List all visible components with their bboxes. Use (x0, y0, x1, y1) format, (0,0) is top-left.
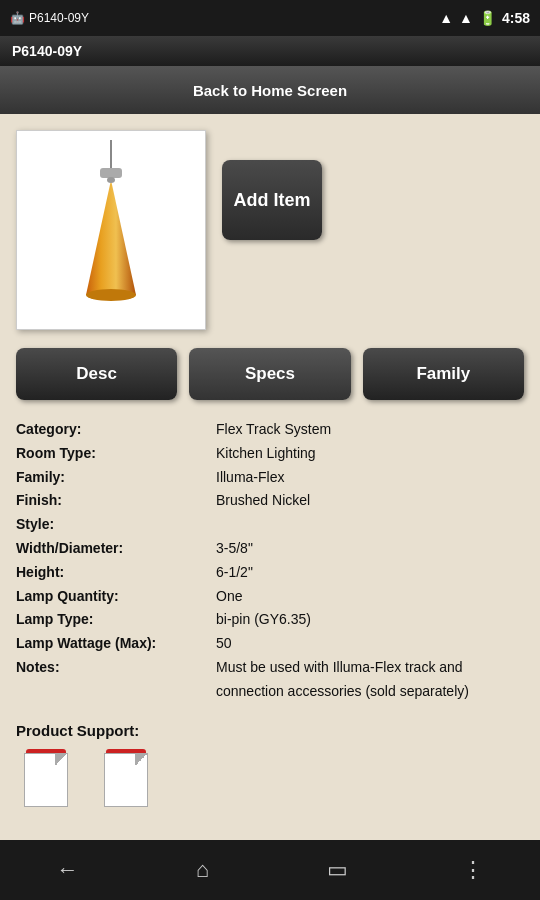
spec-label-7: Lamp Quantity: (16, 585, 216, 609)
specs-table: Category:Flex Track SystemRoom Type:Kitc… (16, 418, 524, 704)
spec-label-3: Finish: (16, 489, 216, 513)
tab-desc[interactable]: Desc (16, 348, 177, 400)
signal-icon: ▲ (459, 10, 473, 26)
spec-row-1: Room Type:Kitchen Lighting (16, 442, 524, 466)
tab-specs[interactable]: Specs (189, 348, 350, 400)
spec-row-9: Lamp Wattage (Max):50 (16, 632, 524, 656)
spec-value-3: Brushed Nickel (216, 489, 524, 513)
tab-family[interactable]: Family (363, 348, 524, 400)
spec-value-0: Flex Track System (216, 418, 524, 442)
product-support-title: Product Support: (16, 722, 524, 739)
product-image (16, 130, 206, 330)
spec-label-5: Width/Diameter: (16, 537, 216, 561)
product-support: Product Support: PDF PDF (16, 722, 524, 807)
spec-label-2: Family: (16, 466, 216, 490)
recent-apps-button[interactable]: ▭ (298, 850, 378, 890)
spec-value-1: Kitchen Lighting (216, 442, 524, 466)
pdf-icon-1[interactable]: PDF (16, 749, 76, 807)
spec-row-4: Style: (16, 513, 524, 537)
svg-point-3 (86, 289, 136, 301)
spec-value-7: One (216, 585, 524, 609)
pdf-paper-1 (24, 753, 68, 807)
spec-label-0: Category: (16, 418, 216, 442)
spec-value-9: 50 (216, 632, 524, 656)
spec-row-2: Family:Illuma-Flex (16, 466, 524, 490)
spec-value-6: 6-1/2" (216, 561, 524, 585)
spec-row-8: Lamp Type:bi-pin (GY6.35) (16, 608, 524, 632)
pdf-paper-2 (104, 753, 148, 807)
pdf-fold-2 (135, 754, 147, 766)
status-icons: ▲ ▲ 🔋 4:58 (439, 10, 530, 26)
spec-value-8: bi-pin (GY6.35) (216, 608, 524, 632)
app-name: P6140-09Y (29, 11, 89, 25)
spec-label-6: Height: (16, 561, 216, 585)
spec-row-3: Finish:Brushed Nickel (16, 489, 524, 513)
back-button[interactable]: ← (28, 850, 108, 890)
spec-row-10: Notes:Must be used with Illuma-Flex trac… (16, 656, 524, 704)
pdf-fold-1 (55, 754, 67, 766)
spec-value-10: Must be used with Illuma-Flex track and … (216, 656, 524, 704)
spec-label-8: Lamp Type: (16, 608, 216, 632)
spec-row-5: Width/Diameter:3-5/8" (16, 537, 524, 561)
time-display: 4:58 (502, 10, 530, 26)
add-item-button[interactable]: Add Item (222, 160, 322, 240)
product-svg (46, 140, 176, 320)
svg-marker-2 (86, 180, 136, 295)
spec-row-0: Category:Flex Track System (16, 418, 524, 442)
spec-value-2: Illuma-Flex (216, 466, 524, 490)
main-content: Add Item Desc Specs Family Category:Flex… (0, 114, 540, 840)
spec-label-9: Lamp Wattage (Max): (16, 632, 216, 656)
wifi-icon: ▲ (439, 10, 453, 26)
nav-bar: Back to Home Screen (0, 66, 540, 114)
spec-row-7: Lamp Quantity:One (16, 585, 524, 609)
title-text: P6140-09Y (12, 43, 82, 59)
tab-row: Desc Specs Family (16, 348, 524, 400)
android-icon: 🤖 (10, 11, 25, 25)
app-name-label: 🤖 P6140-09Y (10, 11, 89, 25)
pdf-icon-2[interactable]: PDF (96, 749, 156, 807)
back-to-home-button[interactable]: Back to Home Screen (193, 82, 347, 99)
title-bar: P6140-09Y (0, 36, 540, 66)
pdf-row: PDF PDF (16, 749, 524, 807)
spec-row-6: Height:6-1/2" (16, 561, 524, 585)
spec-label-10: Notes: (16, 656, 216, 704)
svg-point-4 (107, 177, 115, 183)
home-button[interactable]: ⌂ (163, 850, 243, 890)
svg-rect-1 (100, 168, 122, 178)
spec-value-5: 3-5/8" (216, 537, 524, 561)
spec-label-1: Room Type: (16, 442, 216, 466)
status-bar: 🤖 P6140-09Y ▲ ▲ 🔋 4:58 (0, 0, 540, 36)
spec-value-4 (216, 513, 524, 537)
more-options-button[interactable]: ⋮ (433, 850, 513, 890)
spec-label-4: Style: (16, 513, 216, 537)
product-row: Add Item (16, 130, 524, 330)
battery-icon: 🔋 (479, 10, 496, 26)
bottom-nav: ← ⌂ ▭ ⋮ (0, 840, 540, 900)
